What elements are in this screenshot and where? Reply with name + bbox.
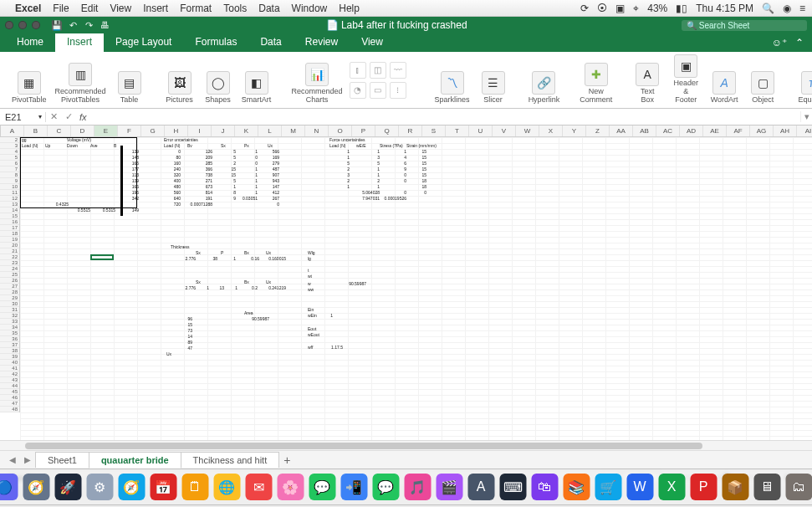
- row-header-31[interactable]: 31: [0, 307, 19, 313]
- pivottable-button[interactable]: ▦PivotTable: [10, 68, 49, 108]
- menu-help[interactable]: Help: [339, 3, 360, 14]
- row-header-35[interactable]: 35: [0, 330, 19, 336]
- sheet-tab-2[interactable]: quauarter bride: [89, 452, 181, 469]
- dock-app-15[interactable]: 🎬: [436, 474, 462, 500]
- pictures-button[interactable]: 🖼Pictures: [163, 68, 197, 108]
- row-header-6[interactable]: 6: [0, 161, 19, 166]
- menu-format[interactable]: Format: [180, 3, 212, 14]
- dock-app-10[interactable]: 🌸: [277, 474, 304, 500]
- row-header-42[interactable]: 42: [0, 371, 19, 377]
- dock-app-22[interactable]: X: [658, 474, 685, 500]
- row-header-4[interactable]: 4: [0, 149, 19, 155]
- row-header-15[interactable]: 15: [0, 213, 19, 219]
- recommended-charts-button[interactable]: 📊Recommended Charts: [290, 59, 345, 108]
- col-header-O[interactable]: O: [329, 125, 352, 136]
- undo-icon[interactable]: ↶: [66, 20, 79, 31]
- dock-app-5[interactable]: 🧭: [118, 474, 145, 500]
- row-header-44[interactable]: 44: [0, 383, 19, 389]
- tab-home[interactable]: Home: [5, 33, 55, 52]
- dock-app-7[interactable]: 🗒: [181, 474, 208, 500]
- share-icon[interactable]: ☺⁺: [772, 37, 787, 49]
- row-header-28[interactable]: 28: [0, 289, 19, 295]
- redo-icon[interactable]: ↷: [82, 20, 95, 31]
- row-header-3[interactable]: 3: [0, 143, 19, 149]
- col-header-G[interactable]: G: [141, 125, 165, 136]
- expand-formula-icon[interactable]: ▾: [800, 111, 812, 122]
- row-header-2[interactable]: 2: [0, 137, 19, 143]
- row-header-36[interactable]: 36: [0, 336, 19, 342]
- col-header-X[interactable]: X: [539, 125, 563, 136]
- new-comment-button[interactable]: ✚New Comment: [578, 59, 614, 108]
- hyperlink-button[interactable]: 🔗Hyperlink: [527, 68, 562, 108]
- dock-app-21[interactable]: W: [626, 474, 653, 500]
- wifi-icon[interactable]: ⦿: [597, 3, 607, 14]
- row-header-22[interactable]: 22: [0, 254, 19, 260]
- name-box-dropdown-icon[interactable]: ▾: [38, 113, 42, 120]
- col-header-A[interactable]: A: [1, 125, 24, 136]
- recommended-pivot-button[interactable]: ▥Recommended PivotTables: [54, 59, 108, 108]
- col-header-Y[interactable]: Y: [563, 125, 586, 136]
- col-header-R[interactable]: R: [399, 125, 422, 136]
- col-header-W[interactable]: W: [516, 125, 539, 136]
- col-header-AA[interactable]: AA: [610, 125, 633, 136]
- sparklines-button[interactable]: 〽Sparklines: [433, 68, 472, 108]
- tab-data[interactable]: Data: [248, 33, 293, 52]
- close-window[interactable]: [5, 21, 13, 29]
- dock-app-14[interactable]: 🎵: [404, 474, 431, 500]
- search-sheet-input[interactable]: 🔍 Search Sheet: [682, 20, 807, 31]
- dock-app-18[interactable]: 🛍: [531, 474, 558, 500]
- dock-app-23[interactable]: P: [690, 474, 717, 500]
- equation-button[interactable]: πEquation: [796, 68, 812, 108]
- spotlight-icon[interactable]: 🔍: [762, 3, 774, 14]
- add-sheet-button[interactable]: +: [278, 453, 295, 467]
- dock-app-12[interactable]: 📲: [340, 474, 367, 500]
- tab-review[interactable]: Review: [294, 33, 350, 52]
- menu-window[interactable]: Window: [292, 3, 328, 14]
- col-header-AI[interactable]: AI: [797, 125, 812, 136]
- bluetooth-icon[interactable]: ⌖: [633, 3, 639, 14]
- col-header-B[interactable]: B: [24, 125, 48, 136]
- row-header-38[interactable]: 38: [0, 348, 19, 354]
- col-header-AE[interactable]: AE: [703, 125, 727, 136]
- row-header-20[interactable]: 20: [0, 243, 19, 248]
- col-header-AH[interactable]: AH: [774, 125, 797, 136]
- battery-icon[interactable]: ▮▯: [676, 3, 687, 14]
- smartart-button[interactable]: ◧SmartArt: [240, 68, 273, 108]
- col-header-S[interactable]: S: [422, 125, 446, 136]
- wordart-button[interactable]: AWordArt: [707, 68, 741, 108]
- row-header-8[interactable]: 8: [0, 172, 19, 178]
- row-header-32[interactable]: 32: [0, 313, 19, 319]
- sheet-nav-next[interactable]: ▶: [20, 455, 35, 464]
- menu-data[interactable]: Data: [258, 3, 279, 14]
- menu-view[interactable]: View: [110, 3, 131, 14]
- row-header-37[interactable]: 37: [0, 342, 19, 348]
- col-header-D[interactable]: D: [71, 125, 94, 136]
- tab-insert[interactable]: Insert: [55, 33, 104, 52]
- row-header-10[interactable]: 10: [0, 184, 19, 190]
- tab-page-layout[interactable]: Page Layout: [104, 33, 183, 52]
- row-header-7[interactable]: 7: [0, 166, 19, 172]
- col-header-H[interactable]: H: [165, 125, 188, 136]
- col-header-AG[interactable]: AG: [750, 125, 774, 136]
- col-header-I[interactable]: I: [188, 125, 212, 136]
- col-header-E[interactable]: E: [94, 125, 118, 136]
- siri-icon[interactable]: ◉: [783, 3, 791, 14]
- header-footer-button[interactable]: ▣Header & Footer: [669, 51, 702, 108]
- dock-app-3[interactable]: 🚀: [54, 474, 81, 500]
- row-header-26[interactable]: 26: [0, 278, 19, 284]
- cancel-formula-icon[interactable]: ✕: [46, 111, 61, 122]
- dock-app-24[interactable]: 📦: [722, 474, 748, 500]
- dock-app-8[interactable]: 🌐: [213, 474, 240, 500]
- menu-tools[interactable]: Tools: [223, 3, 247, 14]
- table-button[interactable]: ▤Table: [113, 68, 146, 108]
- row-header-25[interactable]: 25: [0, 272, 19, 278]
- print-icon[interactable]: 🖶: [98, 20, 111, 30]
- minimize-window[interactable]: [18, 21, 27, 29]
- col-header-C[interactable]: C: [48, 125, 71, 136]
- row-header-14[interactable]: 14: [0, 207, 19, 213]
- col-header-AB[interactable]: AB: [633, 125, 656, 136]
- row-header-16[interactable]: 16: [0, 219, 19, 225]
- col-header-AF[interactable]: AF: [727, 125, 750, 136]
- row-header-27[interactable]: 27: [0, 284, 19, 289]
- row-header-39[interactable]: 39: [0, 354, 19, 360]
